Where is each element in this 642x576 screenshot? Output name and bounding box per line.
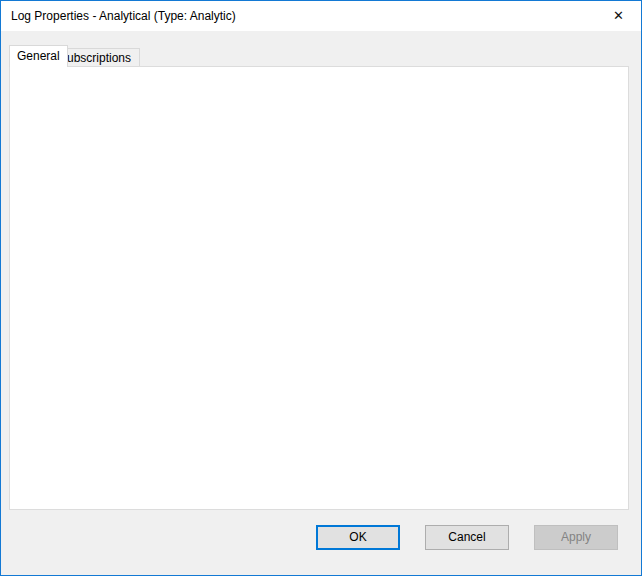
apply-button[interactable]: Apply [534,525,618,550]
general-tab-page [9,66,629,510]
titlebar: Log Properties - Analytical (Type: Analy… [1,1,641,31]
close-icon: ✕ [613,8,624,23]
cancel-button[interactable]: Cancel [425,525,509,550]
close-button[interactable]: ✕ [596,1,641,30]
dialog-title: Log Properties - Analytical (Type: Analy… [11,9,236,23]
log-properties-dialog: Log Properties - Analytical (Type: Analy… [0,0,642,576]
ok-button[interactable]: OK [316,525,400,550]
tab-general[interactable]: General [9,45,68,67]
